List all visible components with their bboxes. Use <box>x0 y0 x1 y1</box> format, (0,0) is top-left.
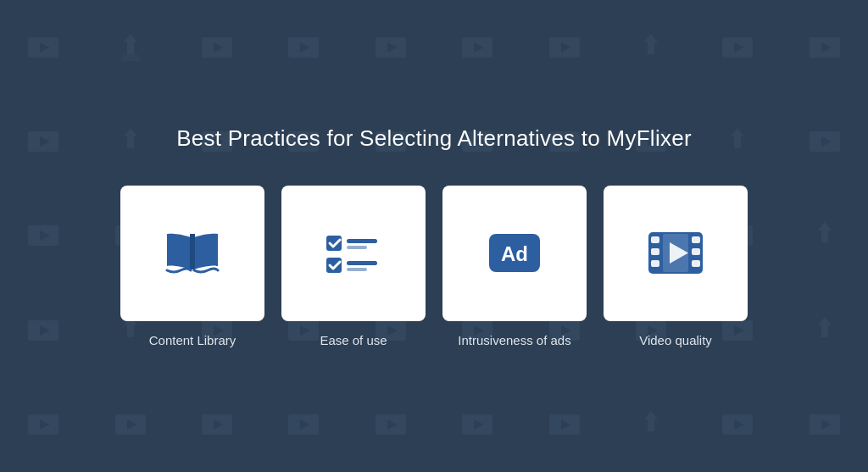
bg-icon <box>782 0 868 94</box>
card-icon-video-quality <box>604 186 748 321</box>
main-content: Best Practices for Selecting Alternative… <box>86 92 782 381</box>
bg-icon <box>0 378 86 472</box>
bg-icon <box>260 0 347 94</box>
svg-rect-90 <box>347 261 377 265</box>
bg-icon <box>782 378 868 472</box>
bg-icon <box>782 189 868 283</box>
bg-icon <box>260 378 347 472</box>
card-label-video-quality: Video quality <box>639 333 712 347</box>
card-label-content-library: Content Library <box>149 333 236 347</box>
checklist-icon <box>320 225 387 280</box>
card-intrusiveness-of-ads: Ad Intrusiveness of ads <box>442 186 587 347</box>
bg-icon <box>434 0 520 94</box>
svg-rect-96 <box>651 248 659 255</box>
bg-icon <box>608 0 694 94</box>
film-icon <box>642 225 709 280</box>
bg-icon <box>86 0 173 94</box>
bg-icon <box>348 0 434 94</box>
card-icon-content-library <box>120 186 264 321</box>
bg-icon <box>348 378 434 472</box>
bg-icon <box>86 378 173 472</box>
svg-marker-2 <box>120 54 141 61</box>
svg-rect-97 <box>651 260 659 267</box>
svg-rect-87 <box>347 239 377 243</box>
bg-icon <box>174 378 260 472</box>
bg-icon <box>694 378 781 472</box>
bg-icon <box>0 94 86 188</box>
card-video-quality: Video quality <box>604 186 748 347</box>
page-title: Best Practices for Selecting Alternative… <box>176 125 692 152</box>
card-label-intrusiveness: Intrusiveness of ads <box>458 333 570 347</box>
card-content-library: Content Library <box>120 186 264 347</box>
svg-rect-98 <box>692 236 700 243</box>
bg-icon <box>174 0 260 94</box>
bg-icon <box>520 378 607 472</box>
svg-text:Ad: Ad <box>501 242 528 265</box>
card-label-ease-of-use: Ease of use <box>320 333 387 347</box>
svg-rect-91 <box>347 268 367 271</box>
book-icon <box>159 225 226 280</box>
cards-container: Content Library <box>120 186 748 347</box>
bg-icon <box>0 0 86 94</box>
svg-rect-99 <box>692 248 700 255</box>
card-icon-ease-of-use <box>281 186 426 321</box>
bg-icon <box>694 0 781 94</box>
bg-icon <box>782 94 868 188</box>
svg-rect-85 <box>190 234 195 269</box>
svg-rect-95 <box>651 236 659 243</box>
card-ease-of-use: Ease of use <box>281 186 426 347</box>
bg-icon <box>608 378 694 472</box>
bg-icon <box>0 189 86 283</box>
svg-rect-100 <box>692 260 700 267</box>
card-icon-intrusiveness: Ad <box>442 186 587 321</box>
bg-icon <box>520 0 607 94</box>
ad-icon: Ad <box>481 225 548 280</box>
svg-rect-88 <box>347 246 367 249</box>
bg-icon <box>0 283 86 377</box>
bg-icon <box>782 283 868 377</box>
bg-icon <box>434 378 520 472</box>
